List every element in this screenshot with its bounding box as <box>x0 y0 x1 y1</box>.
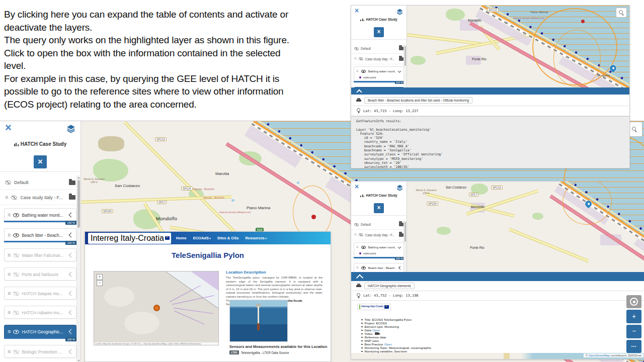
eye-slash-icon[interactable] <box>13 350 19 354</box>
eye-slash-icon[interactable] <box>359 233 363 236</box>
map-top[interactable]: MondolfoPonte RioPiano MarinaArea di ser… <box>407 6 629 87</box>
chevron-down-icon[interactable] <box>398 245 401 248</box>
eye-slash-icon[interactable] <box>354 47 359 50</box>
folder-icon[interactable] <box>69 180 75 185</box>
layer-card[interactable]: ≡HATCH Adswim mo... <box>4 306 76 319</box>
nav-resources[interactable]: Resources ▾ <box>245 236 266 240</box>
drag-handle-icon[interactable]: ≡ <box>354 57 357 61</box>
drag-handle-icon[interactable]: ≡ <box>8 212 11 218</box>
layers-icon[interactable] <box>396 8 403 15</box>
search-button[interactable] <box>616 8 627 18</box>
opacity-slider[interactable]: 100 % <box>354 81 404 82</box>
layer-card[interactable]: ≡Ports and harbours <box>4 267 76 281</box>
video-icon[interactable] <box>375 332 379 335</box>
eye-slash-icon[interactable] <box>354 223 359 226</box>
layers-icon[interactable] <box>396 184 403 191</box>
chevron-left-icon[interactable] <box>69 272 74 277</box>
layer-card[interactable]: ≡Beach litter - Beach...100 % <box>4 228 76 242</box>
drag-handle-icon[interactable]: ≡ <box>356 266 359 270</box>
layer-card[interactable]: ≡Biologic Protection ... <box>4 345 76 358</box>
nav-ecoads[interactable]: ECOAdS ▾ <box>193 236 211 240</box>
scrollbar[interactable] <box>404 221 407 272</box>
chevron-left-icon[interactable] <box>69 213 74 218</box>
pylon-marker[interactable] <box>153 305 160 311</box>
eye-slash-icon[interactable] <box>11 196 17 200</box>
print-icon[interactable] <box>356 98 361 103</box>
chevron-left-icon[interactable] <box>398 266 402 269</box>
drag-handle-icon[interactable]: ≡ <box>356 69 359 73</box>
layer-card[interactable]: ≡HATCH Geographic...100 % <box>4 325 76 339</box>
eye-icon[interactable] <box>13 213 19 217</box>
zoom-out-button[interactable]: − <box>97 280 103 286</box>
layer-card[interactable]: ≡Bathing water monit...violet point100 % <box>354 66 404 82</box>
close-icon[interactable]: × <box>5 122 12 133</box>
layer-card[interactable]: ≡Bathing water monit...violet point100 % <box>354 242 404 258</box>
layer-group-row[interactable]: Default <box>351 44 407 54</box>
eye-slash-icon[interactable] <box>359 57 363 60</box>
close-icon[interactable]: × <box>355 7 359 14</box>
collapse-layers-button[interactable]: × <box>374 203 384 213</box>
opacity-slider[interactable]: 100 % <box>4 337 76 339</box>
folder-icon[interactable] <box>399 233 404 237</box>
folder-icon[interactable] <box>69 195 75 200</box>
zoom-out-button[interactable]: − <box>626 325 641 338</box>
layer-group-row[interactable]: Default <box>351 220 407 230</box>
chevron-left-icon[interactable] <box>69 329 74 334</box>
layer-group-row[interactable]: ≡Case study Italy - F... <box>351 54 407 64</box>
lter-source-link[interactable]: Telesenigallia - LTER Data Source <box>241 351 289 354</box>
open-link[interactable]: Open <box>372 328 380 332</box>
drag-handle-icon[interactable]: ≡ <box>8 349 11 354</box>
chevron-left-icon[interactable] <box>69 291 74 296</box>
collapse-layers-button[interactable]: × <box>374 27 384 37</box>
scrollbar[interactable] <box>404 45 407 87</box>
chevron-left-icon[interactable] <box>69 310 74 315</box>
station-marker[interactable] <box>581 20 585 23</box>
drag-handle-icon[interactable]: ≡ <box>356 245 359 249</box>
eye-slash-icon[interactable] <box>5 180 11 185</box>
layers-icon[interactable] <box>66 124 75 133</box>
nav-sites-oss[interactable]: Sites & OSs <box>217 236 239 240</box>
chevron-left-icon[interactable] <box>69 233 74 238</box>
eye-slash-icon[interactable] <box>13 273 19 277</box>
chevron-left-icon[interactable] <box>69 349 74 354</box>
print-icon[interactable] <box>356 284 361 288</box>
eye-icon[interactable] <box>13 330 19 334</box>
query-result-bar[interactable] <box>351 87 629 95</box>
folder-icon[interactable] <box>399 57 404 61</box>
query-result-bar[interactable] <box>351 272 644 281</box>
drag-handle-icon[interactable]: ≡ <box>354 233 357 237</box>
drag-handle-icon[interactable]: ≡ <box>8 272 11 277</box>
chevron-left-icon[interactable] <box>69 253 74 258</box>
eye-slash-icon[interactable] <box>13 311 19 315</box>
osm-link[interactable]: OpenStreetMap <box>589 354 610 357</box>
drag-handle-icon[interactable]: ≡ <box>8 252 11 258</box>
opacity-slider[interactable]: 100 % <box>354 257 404 258</box>
eye-icon[interactable] <box>361 266 366 269</box>
station-marker[interactable] <box>311 215 316 219</box>
zoom-in-button[interactable]: + <box>626 310 641 323</box>
open-link[interactable]: Open <box>384 342 392 346</box>
drag-handle-icon[interactable]: ≡ <box>8 232 11 238</box>
location-minimap[interactable]: + − Leaflet | Map tiles by Stamen Design… <box>94 271 219 345</box>
collapse-layers-button[interactable]: × <box>34 155 47 168</box>
nav-home[interactable]: Home <box>176 236 187 240</box>
layer-card[interactable]: ≡Bathing water monit...100 % <box>4 208 76 222</box>
eye-icon[interactable] <box>13 233 19 237</box>
drag-handle-icon[interactable]: ≡ <box>8 310 11 315</box>
close-icon[interactable]: × <box>355 183 359 190</box>
layer-card[interactable]: ≡HATCH Saspas mo... <box>4 287 76 300</box>
layer-group-row[interactable]: Default <box>0 175 80 190</box>
eye-icon[interactable] <box>361 246 366 249</box>
layer-card[interactable]: ≡Beach litter - Beach...100 % <box>354 263 404 273</box>
more-tools-button[interactable]: ••• <box>626 340 641 353</box>
locate-button[interactable] <box>626 295 641 308</box>
eye-icon[interactable] <box>361 70 366 73</box>
opacity-slider[interactable]: 100 % <box>4 221 76 222</box>
opacity-slider[interactable]: 100 % <box>4 241 76 242</box>
zoom-in-button[interactable]: + <box>97 274 103 280</box>
eye-slash-icon[interactable] <box>13 253 19 257</box>
layer-card[interactable]: ≡Water lifter Falconar... <box>4 248 76 261</box>
eye-slash-icon[interactable] <box>13 292 19 296</box>
layer-group-row[interactable]: ≡Case study Italy - F... <box>0 190 80 205</box>
folder-icon[interactable] <box>399 47 404 50</box>
